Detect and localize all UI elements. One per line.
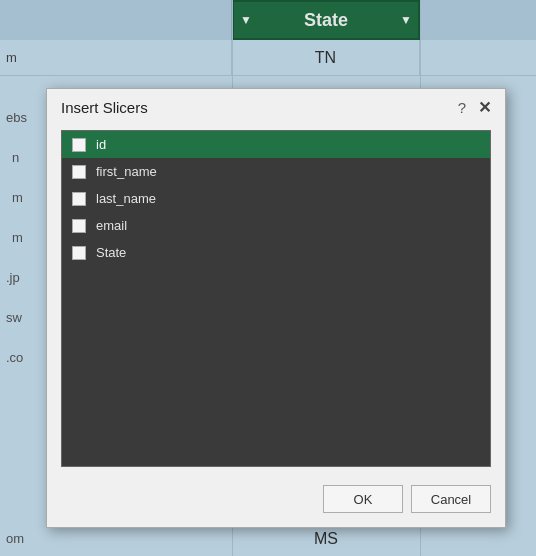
dialog-controls: ? ✕: [458, 99, 491, 116]
list-item-state[interactable]: State: [62, 239, 490, 266]
list-item-email[interactable]: email: [62, 212, 490, 239]
checkbox-state[interactable]: [72, 246, 86, 260]
dialog-footer: OK Cancel: [47, 477, 505, 527]
list-item-last-name[interactable]: last_name: [62, 185, 490, 212]
close-button[interactable]: ✕: [478, 100, 491, 116]
dialog-title: Insert Slicers: [61, 99, 148, 116]
help-button[interactable]: ?: [458, 99, 466, 116]
checkbox-email[interactable]: [72, 219, 86, 233]
checkbox-last-name[interactable]: [72, 192, 86, 206]
label-state: State: [96, 245, 126, 260]
dialog-titlebar: Insert Slicers ? ✕: [47, 89, 505, 124]
insert-slicers-dialog: Insert Slicers ? ✕ id first_name last_na…: [46, 88, 506, 528]
ok-button[interactable]: OK: [323, 485, 403, 513]
slicers-list: id first_name last_name email State: [61, 130, 491, 467]
checkbox-first-name[interactable]: [72, 165, 86, 179]
label-email: email: [96, 218, 127, 233]
label-last-name: last_name: [96, 191, 156, 206]
label-first-name: first_name: [96, 164, 157, 179]
list-item-id[interactable]: id: [62, 131, 490, 158]
cancel-button[interactable]: Cancel: [411, 485, 491, 513]
list-item-first-name[interactable]: first_name: [62, 158, 490, 185]
label-id: id: [96, 137, 106, 152]
checkbox-id[interactable]: [72, 138, 86, 152]
